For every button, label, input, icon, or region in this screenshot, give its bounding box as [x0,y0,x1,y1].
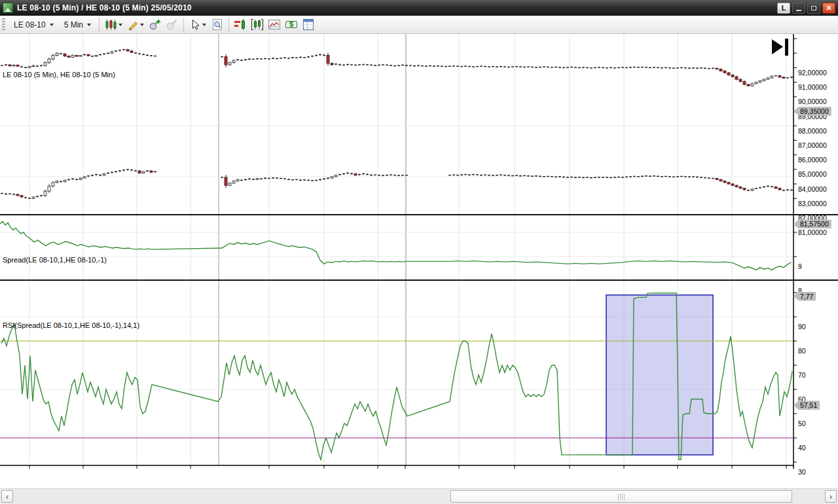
cursor-arrow-icon [189,19,201,31]
cursor-tool-button[interactable] [187,17,209,33]
account-performance-button[interactable]: $ [283,17,300,33]
ninjatrader-logo-icon [3,3,13,13]
go-to-last-bar-icon[interactable] [771,38,791,56]
indicator-disabled-icon [166,18,179,31]
y-tick-label: 30 [798,468,806,476]
link-button[interactable]: L [777,3,790,14]
title-bar: LE 08-10 (5 Min) / HE 08-10 (5 Min) 25/0… [0,0,838,16]
chart-properties-button[interactable] [266,17,283,33]
zoom-button[interactable] [209,17,226,33]
zoom-magnifier-icon [211,18,224,31]
chart-trader-icon [234,18,247,31]
chevron-down-icon [50,24,54,26]
candlestick-style-icon [105,19,117,31]
scroll-right-button[interactable]: › [825,490,837,503]
maximize-button[interactable] [807,3,820,14]
indicator-add-icon [149,18,162,31]
toolbar-separator [228,18,229,32]
pencil-icon [127,19,139,31]
instrument-dropdown[interactable]: LE 08-10 [9,18,59,32]
toolbar-separator [99,18,100,32]
chart-properties-icon [268,18,281,31]
horizontal-scrollbar[interactable]: ‹ › [0,488,838,504]
scroll-left-button[interactable]: ‹ [1,490,13,503]
drawing-tools-button[interactable] [124,17,147,33]
scrollbar-grip-icon [618,494,625,500]
minimize-button[interactable] [792,3,805,14]
add-indicator-button[interactable] [147,17,164,33]
close-button[interactable]: ✕ [822,3,835,14]
scrollbar-thumb[interactable] [450,490,792,503]
grid-panel-icon [302,18,315,31]
data-series-button[interactable] [249,17,266,33]
chevron-down-icon [87,24,91,26]
ninjatrader-chart-window: LE 08-10 (5 Min) / HE 08-10 (5 Min) 25/0… [0,0,838,504]
chart-trader-button[interactable] [232,17,249,33]
chevron-down-icon [118,24,122,26]
instrument-label: LE 08-10 [14,20,46,29]
chart-area: LE 08-10 (5 Min), HE 08-10 (5 Min) Sprea… [0,34,838,488]
chevron-down-icon [140,24,144,26]
chart-style-button[interactable] [102,17,124,33]
svg-text:$: $ [289,20,293,28]
remove-indicator-button-disabled [164,17,181,33]
dollar-icon: $ [285,18,298,31]
maximize-icon [811,6,816,10]
grid-panel-button[interactable] [300,17,317,33]
interval-dropdown[interactable]: 5 Min [59,18,96,32]
chevron-down-icon [202,24,206,26]
minimize-icon [796,10,801,11]
chart-toolbar: LE 08-10 5 Min [0,16,838,34]
toolbar-grip[interactable] [2,18,5,31]
window-title: LE 08-10 (5 Min) / HE 08-10 (5 Min) 25/0… [17,3,192,12]
toolbar-separator [183,18,184,32]
chart-canvas[interactable] [0,34,838,469]
interval-label: 5 Min [64,20,83,29]
data-series-icon [251,18,264,31]
